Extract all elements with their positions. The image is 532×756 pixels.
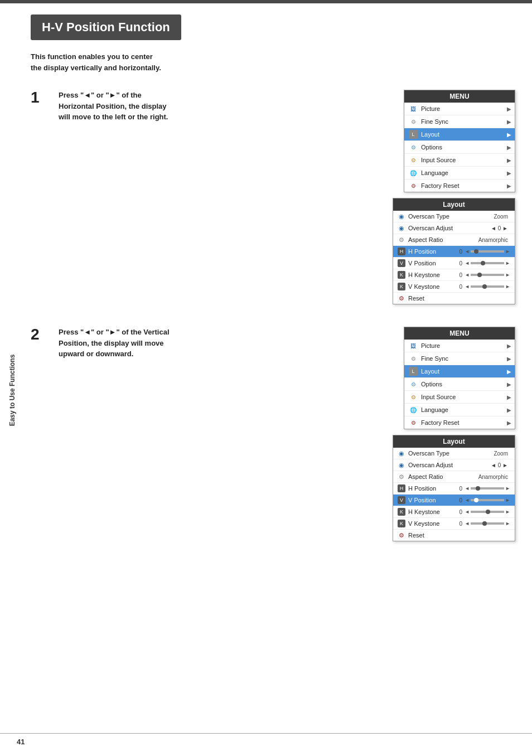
bottom-divider xyxy=(0,733,532,734)
layout-item-label: Reset xyxy=(408,295,510,302)
right-arrow: ► xyxy=(505,521,510,526)
menu-item-finesync-1[interactable]: ⚙ Fine Sync ▶ xyxy=(404,115,515,128)
slider-thumb xyxy=(474,498,478,502)
arrow-icon: ▶ xyxy=(507,170,511,176)
layout-item-label: H Position xyxy=(408,248,460,255)
menu-item-options-2[interactable]: ⚙ Options ▶ xyxy=(404,378,515,391)
menu-item-factory-1[interactable]: ⚙ Factory Reset ▶ xyxy=(404,180,515,192)
left-arrow: ◄ xyxy=(465,284,470,289)
v-keystone-icon: K xyxy=(398,283,405,290)
menu-item-factory-2[interactable]: ⚙ Factory Reset ▶ xyxy=(404,416,515,429)
layout-item-hposition-1[interactable]: H H Position 0 ◄ ► xyxy=(393,246,515,258)
h-position-slider[interactable] xyxy=(471,250,504,253)
menu-item-inputsource-2[interactable]: ⚙ Input Source ▶ xyxy=(404,391,515,404)
layout-item-label: H Keystone xyxy=(408,272,460,278)
layout-item-hposition-2[interactable]: H H Position 0 ◄ ► xyxy=(393,483,515,495)
menu-item-layout-1[interactable]: L Layout ▶ xyxy=(404,128,515,141)
layout-item-aspectratio-2[interactable]: ⚙ Aspect Ratio Anamorphic xyxy=(393,471,515,483)
menu-item-language-2[interactable]: 🌐 Language ▶ xyxy=(404,404,515,416)
layout-item-value: ◄ 0 ► xyxy=(491,225,508,231)
h-position-icon: H xyxy=(398,248,405,255)
arrow-icon: ▶ xyxy=(507,407,511,413)
layout-item-value: 0 xyxy=(460,509,463,515)
layout-item-aspectratio-1[interactable]: ⚙ Aspect Ratio Anamorphic xyxy=(393,234,515,246)
h-keystone-icon: K xyxy=(398,508,405,516)
reset-icon: ⚙ xyxy=(398,531,405,539)
menu-item-finesync-2[interactable]: ⚙ Fine Sync ▶ xyxy=(404,352,515,365)
arrow-icon: ▶ xyxy=(507,420,511,426)
overscan-type-icon: ◉ xyxy=(398,212,405,220)
layout-item-label: Aspect Ratio xyxy=(408,236,478,243)
layout-item-label: H Keystone xyxy=(408,508,460,515)
layout-item-reset-2[interactable]: ⚙ Reset xyxy=(393,530,515,541)
right-arrow: ► xyxy=(505,260,510,266)
left-arrow: ◄ xyxy=(465,497,470,503)
slider-thumb xyxy=(481,261,485,265)
menu-item-label: Factory Reset xyxy=(421,419,459,426)
description: This function enables you to center the … xyxy=(31,51,515,73)
slider-thumb xyxy=(474,249,478,254)
menu-item-layout-2[interactable]: L Layout ▶ xyxy=(404,365,515,378)
layout-item-reset-1[interactable]: ⚙ Reset xyxy=(393,293,515,304)
layout-item-value: Zoom xyxy=(494,214,508,220)
menu-item-label: Language xyxy=(421,406,448,413)
layout-item-value: ◄ 0 ► xyxy=(491,462,508,468)
v-position-slider[interactable] xyxy=(471,262,504,264)
h-position-icon: H xyxy=(398,484,405,492)
right-arrow: ► xyxy=(505,272,510,278)
v-position-icon: V xyxy=(398,496,405,504)
menu-item-picture-2[interactable]: 🖼 Picture ▶ xyxy=(404,340,515,352)
menu-item-language-1[interactable]: 🌐 Language ▶ xyxy=(404,167,515,180)
layout-item-overscantype-2[interactable]: ◉ Overscan Type Zoom xyxy=(393,448,515,459)
layout-item-overscanadjust-1[interactable]: ◉ Overscan Adjust ◄ 0 ► xyxy=(393,222,515,234)
h-keystone-slider-2[interactable] xyxy=(471,511,504,513)
h-keystone-icon: K xyxy=(398,271,405,279)
left-arrow: ◄ xyxy=(465,260,470,266)
layout-item-hkeystone-1[interactable]: K H Keystone 0 ◄ ► xyxy=(393,269,515,281)
arrow-icon: ▶ xyxy=(507,144,511,151)
overscan-adjust-icon: ◉ xyxy=(398,224,405,232)
reset-icon: ⚙ xyxy=(398,294,405,302)
arrow-icon: ▶ xyxy=(507,394,511,400)
v-keystone-slider[interactable] xyxy=(471,285,504,288)
layout-title-2: Layout xyxy=(393,435,515,448)
v-keystone-slider-2[interactable] xyxy=(471,522,504,525)
layout-item-label: V Position xyxy=(408,260,460,266)
layout-item-value: 0 xyxy=(460,486,463,492)
layout-item-vkeystone-2[interactable]: K V Keystone 0 ◄ ► xyxy=(393,518,515,530)
h-keystone-slider[interactable] xyxy=(471,274,504,276)
menu-item-label: Fine Sync xyxy=(421,118,448,125)
h-position-slider-2[interactable] xyxy=(471,487,504,490)
layout-item-value: 0 xyxy=(460,272,463,278)
sidebar-label: Easy to Use Functions xyxy=(8,355,16,427)
layout-item-label: Reset xyxy=(408,532,510,539)
layout-item-vposition-1[interactable]: V V Position 0 ◄ ► xyxy=(393,258,515,269)
menu-item-options-1[interactable]: ⚙ Options ▶ xyxy=(404,141,515,154)
layout-item-vkeystone-1[interactable]: K V Keystone 0 ◄ ► xyxy=(393,281,515,293)
right-arrow: ► xyxy=(505,249,510,254)
layout-item-hkeystone-2[interactable]: K H Keystone 0 ◄ ► xyxy=(393,506,515,518)
input-icon: ⚙ xyxy=(409,392,418,401)
menu-item-label: Picture xyxy=(421,105,440,112)
layout-item-overscanadjust-2[interactable]: ◉ Overscan Adjust ◄ 0 ► xyxy=(393,459,515,471)
menu-item-picture-1[interactable]: 🖼 Picture ▶ xyxy=(404,103,515,115)
language-icon: 🌐 xyxy=(409,168,418,177)
layout-item-label: V Position xyxy=(408,497,460,503)
menu-item-inputsource-1[interactable]: ⚙ Input Source ▶ xyxy=(404,154,515,167)
layout-icon: L xyxy=(409,367,418,376)
factory-icon: ⚙ xyxy=(409,418,418,427)
page-number: 41 xyxy=(17,738,25,746)
arrow-icon: ▶ xyxy=(507,132,511,138)
arrow-icon: ▶ xyxy=(507,356,511,362)
slider-thumb xyxy=(482,284,487,289)
layout-item-label: V Keystone xyxy=(408,520,460,527)
layout-item-label: Overscan Type xyxy=(408,450,494,457)
arrow-icon: ▶ xyxy=(507,369,511,375)
layout-item-overscantype-1[interactable]: ◉ Overscan Type Zoom xyxy=(393,211,515,222)
v-position-slider-2[interactable] xyxy=(471,499,504,501)
layout-item-vposition-2[interactable]: V V Position 0 ◄ ► xyxy=(393,495,515,506)
layout-item-value: Anamorphic xyxy=(478,474,508,480)
menu-item-label: Options xyxy=(421,381,442,387)
menu-title-1: MENU xyxy=(404,90,515,103)
arrow-icon: ▶ xyxy=(507,157,511,163)
